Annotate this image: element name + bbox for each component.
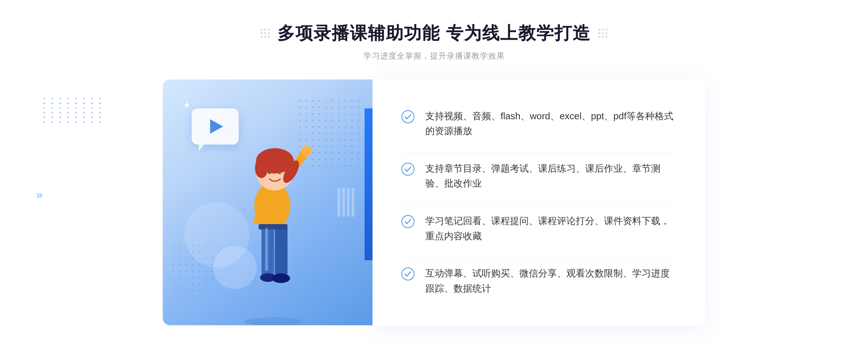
feature-item-1: 支持视频、音频、flash、word、excel、ppt、pdf等各种格式的资源… — [401, 102, 676, 146]
left-dots-icon — [260, 28, 270, 38]
feature-item-4: 互动弹幕、试听购买、微信分享、观看次数限制、学习进度跟踪、数据统计 — [401, 258, 676, 303]
svg-point-15 — [605, 29, 608, 31]
check-icon-4 — [401, 267, 414, 280]
svg-point-11 — [598, 32, 600, 34]
svg-point-5 — [264, 36, 266, 38]
illustration-panel: ✦ — [163, 80, 373, 325]
svg-point-17 — [605, 36, 608, 38]
svg-point-16 — [605, 32, 608, 34]
blue-accent-bar — [365, 108, 373, 260]
svg-point-14 — [602, 36, 604, 38]
svg-point-25 — [255, 158, 268, 178]
svg-point-2 — [260, 32, 263, 34]
feature-text-3: 学习笔记回看、课程提问、课程评论打分、课件资料下载，重点内容收藏 — [425, 214, 676, 244]
feature-text-2: 支持章节目录、弹题考试、课后练习、课后作业、章节测验、批改作业 — [425, 161, 676, 191]
person-illustration — [219, 116, 327, 325]
feature-text-4: 互动弹幕、试听购买、微信分享、观看次数限制、学习进度跟踪、数据统计 — [425, 266, 676, 296]
svg-point-33 — [272, 274, 290, 283]
sparkle-icon: ✦ — [183, 99, 191, 111]
check-icon-2 — [401, 163, 414, 176]
svg-point-4 — [260, 36, 263, 38]
stripe-decoration — [337, 188, 354, 217]
svg-point-9 — [598, 29, 600, 31]
svg-point-13 — [598, 36, 600, 38]
svg-point-3 — [264, 32, 266, 34]
check-icon-3 — [401, 215, 414, 228]
svg-point-0 — [260, 29, 263, 31]
svg-point-27 — [268, 171, 271, 174]
svg-point-36 — [402, 111, 414, 123]
svg-point-37 — [402, 163, 414, 175]
svg-point-12 — [602, 32, 604, 34]
chevron-left-icon: » — [36, 188, 43, 201]
page-container: » 多项录播课辅助功能 专为线上教学打造 — [0, 0, 868, 352]
feature-item-2: 支持章节目录、弹题考试、课后练习、课后作业、章节测验、批改作业 — [401, 154, 676, 198]
header-section: 多项录播课辅助功能 专为线上教学打造 学习进度全掌握，提升录播课教学效果 — [260, 22, 608, 61]
feature-text-1: 支持视频、音频、flash、word、excel、ppt、pdf等各种格式的资源… — [425, 109, 676, 139]
svg-point-6 — [268, 29, 270, 31]
svg-point-8 — [268, 36, 270, 38]
svg-rect-30 — [275, 226, 288, 276]
bg-dots-decoration — [43, 98, 104, 123]
svg-point-18 — [244, 317, 302, 325]
check-icon-1 — [401, 110, 414, 123]
right-dots-icon — [598, 28, 608, 38]
svg-rect-35 — [265, 228, 268, 271]
title-row: 多项录播课辅助功能 专为线上教学打造 — [260, 22, 608, 45]
feature-item-3: 学习笔记回看、课程提问、课程评论打分、课件资料下载，重点内容收藏 — [401, 206, 676, 251]
svg-point-10 — [602, 29, 604, 31]
page-subtitle: 学习进度全掌握，提升录播课教学效果 — [260, 51, 608, 61]
svg-point-20 — [301, 146, 311, 156]
svg-point-7 — [268, 32, 270, 34]
svg-point-1 — [264, 29, 266, 31]
svg-point-39 — [402, 268, 414, 280]
svg-point-38 — [402, 215, 414, 228]
svg-rect-34 — [259, 224, 288, 229]
svg-point-28 — [278, 171, 281, 174]
page-title: 多项录播课辅助功能 专为线上教学打造 — [277, 22, 590, 45]
features-panel: 支持视频、音频、flash、word、excel、ppt、pdf等各种格式的资源… — [373, 80, 705, 325]
content-area: ✦ — [163, 80, 705, 325]
